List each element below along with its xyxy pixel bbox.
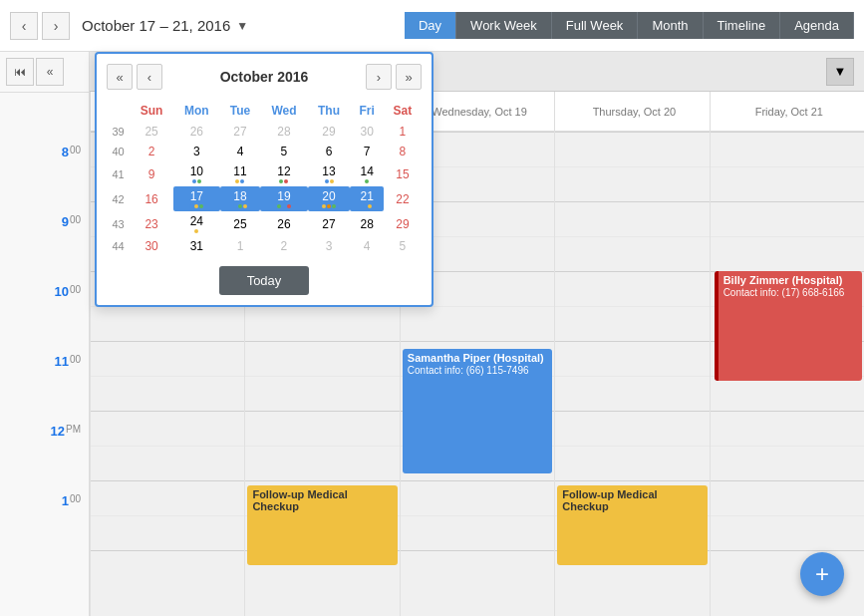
mini-cal-day[interactable]: 2 [260,236,307,256]
mini-cal-day[interactable]: 23 [130,211,173,236]
view-tabs: Day Work Week Full Week Month Timeline A… [405,12,854,39]
mini-cal-day[interactable]: 4 [350,236,383,256]
event-name: Follow-up Medical Checkup [252,488,392,512]
mini-cal-day[interactable]: 1 [220,236,261,256]
mini-cal-day[interactable]: 30 [130,236,173,256]
mini-cal-day[interactable]: 3 [308,236,351,256]
mini-cal-day[interactable]: 11 [220,161,261,186]
mini-cal-day[interactable]: 9 [130,161,173,186]
mini-cal-day[interactable]: 20 [308,186,351,211]
mini-cal-day[interactable]: 29 [384,211,422,236]
mini-cal-day[interactable]: 21 [350,186,383,211]
time-1: 1 00 [0,493,89,508]
mini-cal-nav-right: › » [366,64,422,90]
min-10: 00 [70,284,81,295]
mini-cal-day[interactable]: 18 [220,186,261,211]
min-9: 00 [70,214,81,225]
mini-cal-nav-left: « ‹ [107,64,162,90]
mini-cal-day[interactable]: 22 [384,186,422,211]
mini-cal-day[interactable]: 28 [350,211,383,236]
header: ‹ › October 17 – 21, 2016 ▼ Day Work Wee… [0,0,864,52]
tab-month[interactable]: Month [638,12,703,39]
mini-cal-day[interactable]: 10 [173,161,220,186]
mini-cal-day[interactable]: 30 [350,122,383,142]
mini-cal-day[interactable]: 7 [350,142,383,161]
mini-cal-day[interactable]: 5 [260,142,307,161]
event-name: Follow-up Medical Checkup [562,488,702,512]
add-event-button[interactable]: + [800,552,844,596]
sidebar-prev-button[interactable]: « [36,58,64,86]
mini-cal-day[interactable]: 3 [173,142,220,161]
mini-cal-last-btn[interactable]: » [396,64,422,90]
col-header-tue: Tue [220,100,261,122]
tab-full-week[interactable]: Full Week [552,12,639,39]
time-10: 10 00 [0,284,89,299]
tab-work-week[interactable]: Work Week [456,12,552,39]
mini-cal-day[interactable]: 17 [173,186,220,211]
mini-cal-day[interactable]: 26 [260,211,307,236]
mini-cal-grid: Sun Mon Tue Wed Thu Fri Sat 392526272829… [107,100,422,256]
col-header-fri: Fri [350,100,383,122]
event-name: Samantha Piper (Hospital) [408,352,547,364]
mini-cal-day[interactable]: 29 [308,122,351,142]
mini-cal-day[interactable]: 5 [384,236,422,256]
week-number: 39 [107,122,130,142]
col-header-mon: Mon [173,100,220,122]
mini-cal-prev-btn[interactable]: ‹ [137,64,162,90]
mini-cal-day[interactable]: 19 [260,186,307,211]
mini-cal-first-btn[interactable]: « [107,64,133,90]
mini-cal-day[interactable]: 13 [308,161,351,186]
chevron-down-icon: ▼ [236,19,248,33]
mini-cal-day[interactable]: 12 [260,161,307,186]
mini-cal-day[interactable]: 2 [130,142,173,161]
col-header-sat: Sat [384,100,422,122]
hour-9: 9 [62,214,69,229]
prev-button[interactable]: ‹ [10,12,38,40]
min-12: PM [66,424,81,435]
mini-cal-day[interactable]: 28 [260,122,307,142]
mini-cal-day[interactable]: 6 [308,142,351,161]
mini-cal-day[interactable]: 26 [173,122,220,142]
mini-cal-day[interactable]: 14 [350,161,383,186]
time-9: 9 00 [0,214,89,229]
event-name: Billy Zimmer (Hospital) [723,274,857,286]
date-range[interactable]: October 17 – 21, 2016 ▼ [82,17,248,34]
event-followup-thu[interactable]: Follow-up Medical Checkup [557,485,707,565]
event-samantha[interactable]: Samantha Piper (Hospital) Contact info: … [403,349,552,473]
mini-cal-header: « ‹ October 2016 › » [107,64,422,90]
tab-day[interactable]: Day [405,12,456,39]
mini-cal-day[interactable]: 31 [173,236,220,256]
col-header-fri: Friday, Oct 21 [710,92,864,131]
dropdown-button[interactable]: ▼ [826,58,854,86]
event-billy[interactable]: Billy Zimmer (Hospital) Contact info: (1… [715,271,862,381]
mini-cal-footer: Today [107,266,422,295]
tab-timeline[interactable]: Timeline [704,12,781,39]
col-header-wed: Wed [260,100,307,122]
col-thu-label: Thursday, Oct 20 [593,106,677,118]
hour-11: 11 [54,354,68,369]
mini-cal-day[interactable]: 8 [384,142,422,161]
col-fri-label: Friday, Oct 21 [755,106,823,118]
mini-cal-day[interactable]: 27 [220,122,261,142]
week-number: 40 [107,142,130,161]
mini-cal-day[interactable]: 27 [308,211,351,236]
nav-arrows: ‹ › [10,12,70,40]
mini-cal-day[interactable]: 16 [130,186,173,211]
mini-cal-day[interactable]: 25 [220,211,261,236]
event-detail: Contact info: (66) 115-7496 [408,365,547,376]
mini-cal-day[interactable]: 15 [384,161,422,186]
col-header-week [107,100,130,122]
today-button[interactable]: Today [219,266,310,295]
event-followup-tue[interactable]: Follow-up Medical Checkup [247,485,397,565]
date-range-label: October 17 – 21, 2016 [82,17,230,34]
sidebar-first-button[interactable]: ⏮ [6,58,34,86]
mini-cal-next-btn[interactable]: › [366,64,392,90]
mini-cal-day[interactable]: 1 [384,122,422,142]
next-button[interactable]: › [42,12,70,40]
sidebar: ⏮ « 8 00 9 00 10 00 11 00 12 PM [0,52,90,616]
tab-agenda[interactable]: Agenda [780,12,854,39]
mini-cal-day[interactable]: 4 [220,142,261,161]
hour-12: 12 [51,424,65,439]
mini-cal-day[interactable]: 24 [173,211,220,236]
mini-cal-day[interactable]: 25 [130,122,173,142]
